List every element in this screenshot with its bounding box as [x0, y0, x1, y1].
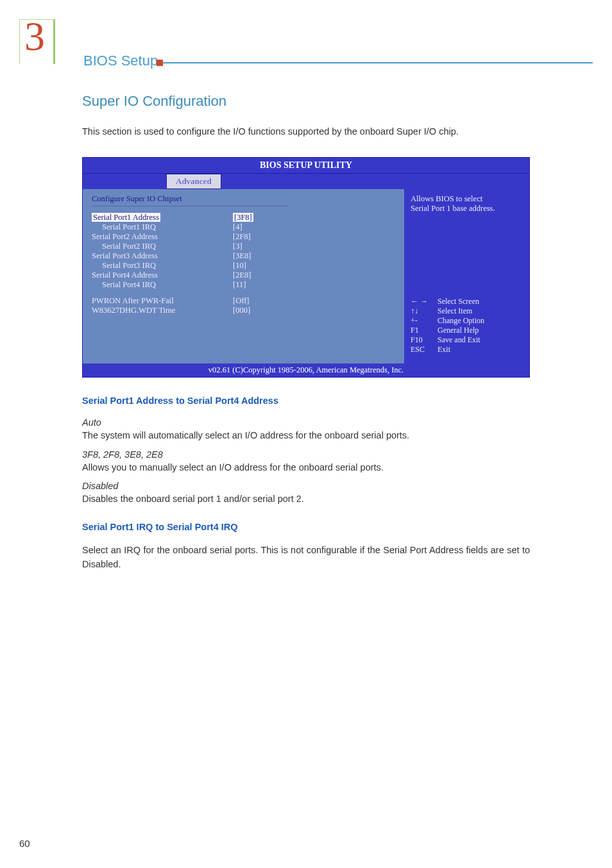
header-title: BIOS Setup	[83, 53, 158, 69]
bios-item-row[interactable]: Serial Port1 IRQ[4]	[92, 222, 395, 232]
bios-nav-key: +-	[411, 316, 438, 326]
bios-item-label: Serial Port3 IRQ	[92, 261, 233, 271]
bios-nav-key: F1	[411, 326, 438, 335]
bios-item-value: [000]	[233, 306, 250, 315]
bios-nav-row: ↑↓Select Item	[411, 306, 523, 316]
param-label: 3F8, 2F8, 3E8, 2E8	[82, 449, 530, 460]
bios-utility-box: BIOS SETUP UTILITY Advanced Configure Su…	[82, 157, 530, 378]
bios-item-row[interactable]: Serial Port2 Address[2F8]	[92, 232, 395, 242]
bios-item-label: W83627DHG.WDT Time	[92, 306, 233, 315]
bios-item-label: Serial Port1 Address	[92, 213, 233, 222]
header-line	[163, 62, 593, 63]
bios-item-row[interactable]: Serial Port1 Address[3F8]	[92, 213, 395, 222]
section-title: Super IO Configuration	[82, 93, 530, 110]
bios-chipset-header: Configure Super IO Chipset	[92, 194, 395, 204]
bios-nav-row: F10Save and Exit	[411, 335, 523, 345]
bios-item-value: [Off]	[233, 296, 249, 306]
bios-item-row[interactable]: W83627DHG.WDT Time[000]	[92, 306, 395, 315]
subsection-title: Serial Port1 Address to Serial Port4 Add…	[82, 396, 530, 406]
bios-nav-desc: Select Item	[438, 306, 472, 316]
bios-item-value: [10]	[233, 261, 246, 271]
bios-nav-key: ESC	[411, 345, 438, 355]
bios-nav-desc: Exit	[438, 345, 450, 355]
bios-item-value: [2E8]	[233, 271, 251, 280]
bios-footer: v02.61 (C)Copyright 1985-2006, American …	[83, 363, 529, 377]
bios-help-text: Allows BIOS to select Serial Port 1 base…	[411, 194, 523, 213]
subsection-title: Serial Port1 IRQ to Serial Port4 IRQ	[82, 522, 530, 532]
bios-item-value: [4]	[233, 222, 242, 232]
bios-nav-desc: General Help	[438, 326, 479, 335]
bios-tab-advanced[interactable]: Advanced	[166, 174, 221, 189]
bios-item-value: [3E8]	[233, 251, 251, 261]
bios-side-panel: Allows BIOS to select Serial Port 1 base…	[404, 189, 529, 363]
bios-title-bar: BIOS SETUP UTILITY	[83, 158, 529, 173]
bios-item-row[interactable]: Serial Port3 Address[3E8]	[92, 251, 395, 261]
param-desc: The system will automatically select an …	[82, 429, 530, 443]
bios-item-row[interactable]: Serial Port3 IRQ[10]	[92, 261, 395, 271]
bios-item-label: Serial Port2 IRQ	[92, 242, 233, 251]
bios-item-label: Serial Port2 Address	[92, 232, 233, 242]
bios-item-row[interactable]: Serial Port4 Address[2E8]	[92, 271, 395, 280]
bios-item-value: [3]	[233, 242, 242, 251]
bios-nav-row: ESCExit	[411, 345, 523, 355]
bios-item-value: [2F8]	[233, 232, 251, 242]
bios-nav-key: F10	[411, 335, 438, 345]
bios-item-label: Serial Port4 Address	[92, 271, 233, 280]
bios-item-row[interactable]: Serial Port2 IRQ[3]	[92, 242, 395, 251]
bios-item-row[interactable]: Serial Port4 IRQ[11]	[92, 280, 395, 290]
bios-nav-desc: Change Option	[438, 316, 484, 326]
bios-tab-row: Advanced	[83, 173, 529, 189]
bios-nav-key: ↑↓	[411, 306, 438, 316]
bios-main-panel: Configure Super IO Chipset Serial Port1 …	[83, 189, 404, 363]
param-desc: Allows you to manually select an I/O add…	[82, 461, 530, 475]
page-number: 60	[19, 838, 30, 849]
bios-nav-desc: Save and Exit	[438, 335, 480, 345]
bios-nav-row: +-Change Option	[411, 316, 523, 326]
bios-item-label: PWRON After PWR-Fail	[92, 296, 233, 306]
bios-nav-keys: ← →Select Screen↑↓Select Item+-Change Op…	[411, 297, 523, 355]
bios-item-row[interactable]: PWRON After PWR-Fail[Off]	[92, 296, 395, 306]
section-intro: This section is used to configure the I/…	[82, 125, 530, 139]
bios-nav-row: F1General Help	[411, 326, 523, 335]
param-desc: Disables the onboard serial port 1 and/o…	[82, 492, 530, 506]
bios-item-label: Serial Port3 Address	[92, 251, 233, 261]
param-desc: Select an IRQ for the onboard serial por…	[82, 544, 530, 572]
param-label: Auto	[82, 417, 530, 428]
bios-nav-desc: Select Screen	[438, 297, 479, 306]
bios-item-label: Serial Port4 IRQ	[92, 280, 233, 290]
header-marker-icon	[157, 60, 163, 66]
bios-item-value: [3F8]	[233, 213, 253, 222]
bios-item-label: Serial Port1 IRQ	[92, 222, 233, 232]
bios-nav-key: ← →	[411, 297, 438, 306]
chapter-number: 3	[24, 13, 45, 60]
bios-item-value: [11]	[233, 280, 246, 290]
bios-nav-row: ← →Select Screen	[411, 297, 523, 306]
param-label: Disabled	[82, 481, 530, 491]
